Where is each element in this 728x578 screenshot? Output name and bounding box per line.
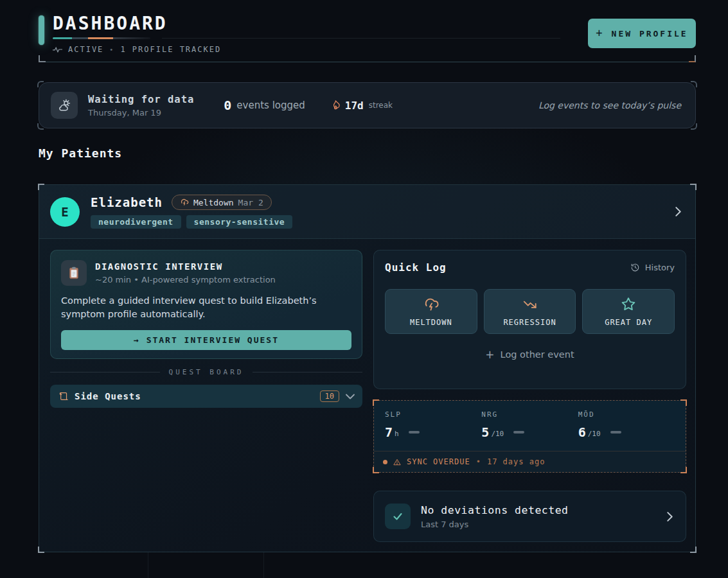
- badge-label: Meltdown: [193, 198, 234, 207]
- vitals-card: SLP 7 h NRG 5 /10: [373, 400, 686, 473]
- event-button-label: REGRESSION: [503, 318, 556, 327]
- log-meltdown-button[interactable]: MELTDOWN: [385, 289, 477, 334]
- new-profile-button[interactable]: + NEW PROFILE: [588, 19, 696, 48]
- check-icon: [385, 504, 411, 529]
- metric-energy: NRG 5 /10: [481, 410, 578, 440]
- metric-value: 7: [385, 425, 393, 440]
- corner-bracket: [37, 81, 44, 87]
- events-count: 0: [224, 98, 231, 113]
- metric-value: 6: [578, 425, 586, 440]
- warning-triangle-icon: [393, 459, 401, 466]
- title-underline: [53, 37, 150, 39]
- quest-board-divider: QUEST BOARD: [50, 368, 362, 376]
- events-logged: 0 events logged: [224, 98, 305, 113]
- quick-log-title: Quick Log: [385, 261, 447, 274]
- corner-bracket: [37, 123, 44, 130]
- last-event-badge[interactable]: Meltdown Mar 2: [172, 195, 272, 210]
- event-button-label: GREAT DAY: [605, 318, 652, 327]
- patients-section-title: My Patients: [39, 146, 122, 160]
- status-dot-icon: [383, 460, 387, 464]
- status-line: ACTIVE • 1 PROFILE TRACKED: [53, 45, 221, 54]
- diagnostic-title: DIAGNOSTIC INTERVIEW: [95, 261, 276, 272]
- status-separator: •: [109, 46, 114, 53]
- diagnostic-interview-card: DIAGNOSTIC INTERVIEW ~20 min • AI-powere…: [50, 250, 362, 359]
- streak: 17d streak: [331, 100, 393, 112]
- patient-name: Elizabeth: [91, 195, 163, 209]
- chevron-right-icon: [675, 207, 681, 216]
- events-label: events logged: [236, 100, 305, 111]
- status-tracked: 1 PROFILE TRACKED: [120, 45, 221, 54]
- page-title: DASHBOARD: [53, 13, 221, 34]
- history-label: History: [645, 263, 675, 272]
- corner-bracket: [691, 123, 697, 130]
- today-title: Waiting for data: [88, 94, 194, 105]
- patient-tag: sensory-sensitive: [186, 215, 293, 229]
- trend-flat-icon: [409, 431, 420, 434]
- pulse-icon: [53, 46, 62, 53]
- metric-unit: /10: [491, 430, 504, 438]
- patient-tag: neurodivergent: [91, 215, 181, 229]
- streak-value: 17d: [345, 100, 364, 112]
- event-button-label: MELTDOWN: [410, 318, 452, 327]
- today-pulse-card: Waiting for data Thursday, Mar 19 0 even…: [39, 82, 696, 128]
- patient-header-row[interactable]: E Elizabeth Meltdown Mar 2 neurodivergen…: [39, 185, 695, 239]
- side-quests-count-badge: 10: [320, 390, 339, 402]
- avatar: E: [50, 197, 80, 227]
- badge-date: Mar 2: [238, 198, 263, 207]
- log-other-event-button[interactable]: + Log other event: [485, 348, 574, 361]
- deviations-card[interactable]: No deviations detected Last 7 days: [373, 491, 686, 542]
- clipboard-icon: [61, 260, 87, 286]
- log-regression-button[interactable]: REGRESSION: [484, 289, 576, 334]
- sync-ago: 17 days ago: [487, 457, 545, 466]
- start-interview-quest-button[interactable]: → START INTERVIEW QUEST: [61, 330, 351, 350]
- streak-label: streak: [369, 101, 393, 110]
- page-header: DASHBOARD ACTIVE • 1 PROFILE TRACKED: [39, 13, 221, 54]
- chevron-down-icon: [346, 394, 355, 399]
- sync-status-bar: SYNC OVERDUE • 17 days ago: [374, 451, 686, 472]
- corner-bracket: [691, 81, 697, 87]
- sync-separator: •: [476, 457, 481, 466]
- plus-icon: +: [596, 26, 604, 39]
- flame-icon: [331, 100, 340, 111]
- log-other-label: Log other event: [501, 349, 574, 360]
- scroll-icon: [58, 391, 68, 401]
- header-accent-bar: [39, 15, 44, 45]
- status-active: ACTIVE: [68, 45, 103, 54]
- deviations-title: No deviations detected: [421, 504, 569, 516]
- background-gridline: [263, 552, 264, 578]
- diagnostic-description: Complete a guided interview quest to bui…: [61, 294, 351, 321]
- metric-label: NRG: [481, 410, 578, 419]
- header-divider: [39, 57, 696, 62]
- deviations-subtitle: Last 7 days: [421, 520, 569, 529]
- weather-icon: [51, 92, 78, 119]
- patient-card: E Elizabeth Meltdown Mar 2 neurodivergen…: [39, 184, 696, 552]
- new-profile-label: NEW PROFILE: [612, 29, 688, 39]
- log-great-day-button[interactable]: GREAT DAY: [582, 289, 675, 334]
- sync-status: SYNC OVERDUE: [407, 457, 470, 466]
- history-button[interactable]: History: [630, 263, 675, 272]
- history-clock-icon: [630, 263, 640, 272]
- trend-down-icon: [522, 296, 538, 313]
- side-quests-expander[interactable]: Side Quests 10: [50, 385, 362, 408]
- metric-unit: h: [395, 430, 399, 438]
- background-gridline: [148, 552, 148, 578]
- side-quests-title: Side Quests: [75, 391, 141, 401]
- metric-label: SLP: [385, 410, 481, 419]
- metric-unit: /10: [588, 430, 601, 438]
- quick-log-card: Quick Log History: [373, 250, 686, 389]
- cloud-lightning-icon: [423, 296, 439, 313]
- quest-board-label: QUEST BOARD: [169, 368, 244, 376]
- star-icon: [620, 296, 637, 313]
- metric-mood: MŌD 6 /10: [578, 410, 675, 440]
- metric-label: MŌD: [578, 410, 675, 419]
- trend-flat-icon: [610, 431, 621, 434]
- cloud-lightning-icon: [180, 198, 189, 207]
- chevron-right-icon: [667, 512, 673, 521]
- metric-sleep: SLP 7 h: [385, 410, 481, 440]
- metric-value: 5: [481, 425, 489, 440]
- diagnostic-meta: ~20 min • AI-powered symptom extraction: [95, 275, 276, 285]
- plus-icon: +: [485, 348, 494, 361]
- today-date: Thursday, Mar 19: [88, 108, 194, 118]
- dashboard-page: DASHBOARD ACTIVE • 1 PROFILE TRACKED + N…: [0, 0, 728, 578]
- today-hint: Log events to see today’s pulse: [538, 100, 681, 110]
